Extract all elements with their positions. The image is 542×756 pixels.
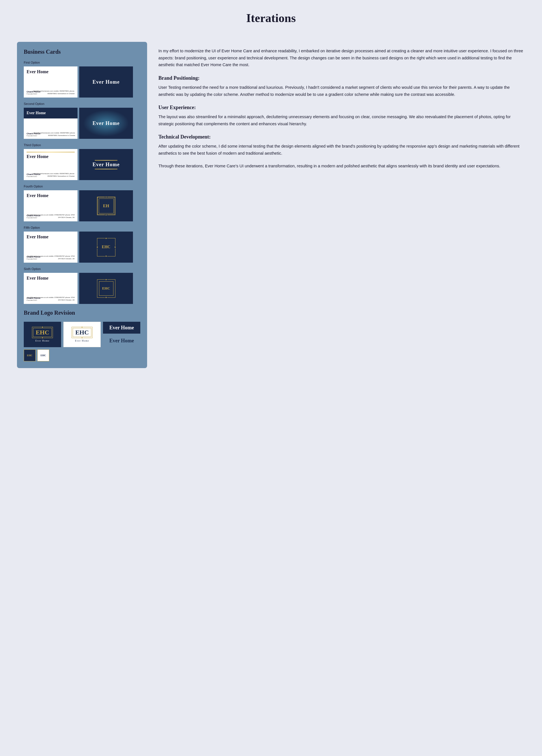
ever-home-text-2: Ever Home: [109, 338, 134, 344]
option-5-label: Fifth Option: [24, 226, 140, 229]
option-4-label: Fourth Option: [24, 185, 140, 188]
main-layout: Business Cards First Option Ever Home Ch…: [17, 42, 525, 368]
card-details-6: charli@everhomecare.co.uk mobile: 079634…: [24, 296, 75, 301]
brand-logo-text-dark: Ever Home: [103, 322, 140, 334]
option-1-label: First Option: [24, 61, 140, 64]
card-logo-4: Ever Home: [27, 193, 75, 198]
card-front-2: Ever Home Charli Pierce Founder/CEO char…: [24, 108, 77, 139]
user-experience-title: User Experience:: [158, 105, 525, 111]
card-back-2: Ever Home: [79, 108, 133, 139]
card-back-text-3: Ever Home: [92, 162, 120, 168]
monogram-ehc-outlined-text: EHC: [102, 286, 110, 291]
brand-logo-everhome-2: Ever Home: [75, 339, 89, 342]
card-pair-2: Ever Home Charli Pierce Founder/CEO char…: [24, 108, 140, 139]
brand-logo-ehc-2: EHC: [75, 329, 89, 336]
brand-logo-text-medium: Ever Home: [103, 335, 140, 347]
card-pair-4: Ever Home Charli Pierce Founder/CEO char…: [24, 190, 140, 221]
card-pair-1: Ever Home Charli Pierce Founder/CEO char…: [24, 66, 140, 98]
business-cards-title: Business Cards: [24, 49, 140, 55]
card-details-3: charli@everhomecare.com mobile: 65058758…: [24, 172, 75, 177]
page-title: Iterations: [17, 11, 525, 25]
brand-logo-title: Brand Logo Revision: [24, 310, 140, 316]
card-front-1: Ever Home Charli Pierce Founder/CEO char…: [24, 66, 77, 98]
monogram-eh-frame: EH: [97, 197, 115, 215]
ehc-small-2: EHC: [40, 354, 46, 357]
card-details-5: charli@everhomecare.co.uk mobile: 079634…: [24, 255, 75, 260]
card-back-text-1: Ever Home: [92, 79, 120, 85]
card-logo-6: Ever Home: [27, 276, 75, 281]
card-pair-5: Ever Home Charli Pierce Founder/CEO char…: [24, 232, 140, 263]
intro-section: In my effort to modernize the UI of Ever…: [158, 47, 525, 68]
gold-line-3: [27, 152, 75, 152]
card-logo-5: Ever Home: [27, 234, 75, 239]
brand-logo-small-1: EHC: [24, 349, 36, 361]
card-back-6: EHC: [79, 273, 133, 304]
brand-logo-small-pairs: EHC EHC: [24, 349, 61, 361]
brand-logos-grid: EHC Ever Home EHC Ever Home: [24, 322, 140, 361]
user-experience-section: User Experience: The layout was also str…: [158, 105, 525, 127]
card-logo-3: Ever Home: [27, 154, 75, 159]
monogram-eh-text: EH: [103, 204, 109, 208]
brand-logo-small-2: EHC: [37, 349, 49, 361]
monogram-ehc-outlined-frame: EHC: [97, 279, 115, 298]
option-3-label: Third Option: [24, 143, 140, 147]
card-details-1: charli@everhomecare.com mobile: 65058758…: [24, 90, 75, 95]
brand-logo-1: EHC Ever Home: [24, 322, 61, 347]
monogram-ehc-text: EHC: [102, 245, 110, 249]
intro-text: In my effort to modernize the UI of Ever…: [158, 47, 525, 68]
technical-development-section: Technical Development: After updating th…: [158, 134, 525, 169]
technical-development-text-2: Through these iterations, Ever Home Care…: [158, 163, 525, 170]
card-details-2: charli@everhomecare.com mobile: 65058758…: [24, 132, 75, 137]
card-back-4: EH: [79, 190, 133, 221]
card-back-1: Ever Home: [79, 66, 133, 98]
monogram-ehc-frame: EHC: [97, 238, 115, 256]
card-back-text-2: Ever Home: [92, 120, 120, 126]
card-front-6: Ever Home Charli Pierce Founder/CEO char…: [24, 273, 77, 304]
dark-header-bar-2: Ever Home: [24, 108, 77, 118]
card-front-5: Ever Home Charli Pierce Founder/CEO char…: [24, 232, 77, 263]
card-pair-3: Ever Home Charli Pierce Founder/CEO char…: [24, 149, 140, 180]
option-2-label: Second Option: [24, 102, 140, 105]
brand-logo-everhome-1: Ever Home: [35, 339, 49, 342]
card-front-3: Ever Home Charli Pierce Founder/CEO char…: [24, 149, 77, 180]
card-back-3: Ever Home: [79, 149, 133, 180]
ehc-small-1: EHC: [27, 354, 33, 357]
card-front-4: Ever Home Charli Pierce Founder/CEO char…: [24, 190, 77, 221]
technical-development-text-1: After updating the color scheme, I did s…: [158, 143, 525, 157]
brand-positioning-title: Brand Positioning:: [158, 75, 525, 81]
brand-positioning-section: Brand Positioning: User Testing mentione…: [158, 75, 525, 98]
card-logo-2: Ever Home: [27, 111, 46, 115]
brand-positioning-text: User Testing mentioned the need for a mo…: [158, 84, 525, 98]
card-details-4: charli@everhomecare.co.uk mobile: 079634…: [24, 214, 75, 219]
technical-development-title: Technical Development:: [158, 134, 525, 140]
left-panel: Business Cards First Option Ever Home Ch…: [17, 42, 147, 368]
card-back-5: EHC: [79, 232, 133, 263]
brand-logo-text-stack: Ever Home Ever Home: [103, 322, 140, 347]
card-pair-6: Ever Home Charli Pierce Founder/CEO char…: [24, 273, 140, 304]
ever-home-text-1: Ever Home: [109, 325, 134, 331]
card-logo-1: Ever Home: [27, 69, 75, 74]
brand-logo-2: EHC Ever Home: [63, 322, 101, 347]
right-panel: In my effort to modernize the UI of Ever…: [158, 42, 525, 176]
user-experience-text: The layout was also streamlined for a mi…: [158, 113, 525, 127]
option-6-label: Sixth Option: [24, 267, 140, 271]
